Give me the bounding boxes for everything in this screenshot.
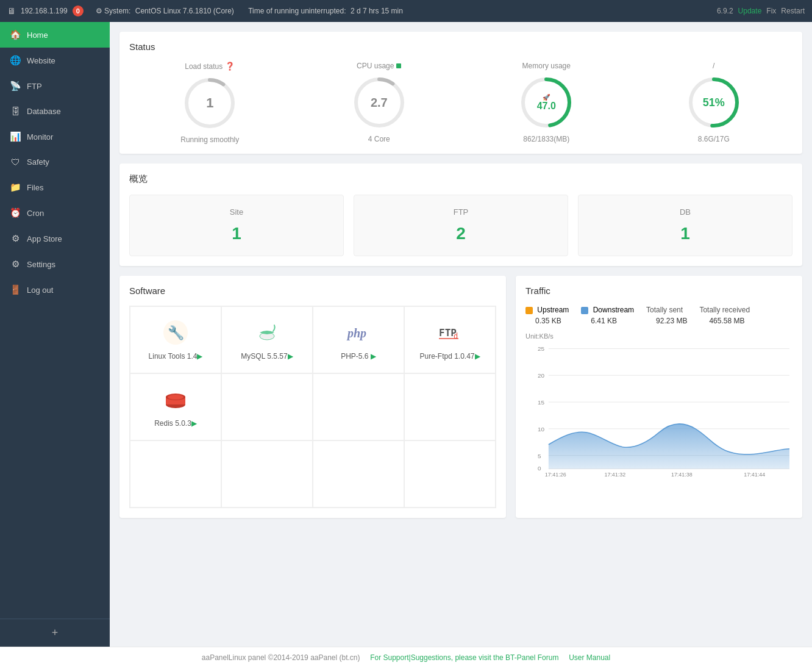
sidebar-item-appstore[interactable]: ⚙ App Store [0, 226, 110, 251]
topbar: 🖥 192.168.1.199 0 ⚙ System: CentOS Linux… [0, 0, 812, 22]
svg-text:0: 0 [538, 465, 541, 472]
load-sublabel: Running smoothly [180, 135, 239, 144]
traffic-chart: 25 20 15 10 5 0 [525, 342, 792, 476]
sidebar-item-cron[interactable]: ⏰ Cron [0, 200, 110, 226]
svg-text:15: 15 [538, 399, 545, 406]
software-linux-tools[interactable]: 🔧 Linux Tools 1.4▶ [130, 306, 221, 373]
sidebar-item-files[interactable]: 📁 Files [0, 174, 110, 200]
sent-legend: Totally sent 92.23 MB [646, 306, 687, 325]
cpu-gauge-container: 2.7 [352, 75, 407, 130]
version-number: 6.9.2 [717, 7, 733, 15]
footer-manual-link[interactable]: User Manual [569, 653, 610, 662]
sidebar-label-home: Home [27, 31, 48, 40]
system-label: System: [104, 7, 130, 15]
footer-support-link[interactable]: For Support|Suggestions, please visit th… [370, 653, 558, 662]
server-ip: 192.168.1.199 [21, 7, 68, 15]
db-label: DB [591, 207, 780, 217]
settings-icon: ⚙ [10, 259, 21, 270]
software-empty-4 [130, 440, 221, 508]
disk-label: / [713, 62, 714, 70]
svg-text:20: 20 [538, 372, 545, 379]
software-empty-7 [404, 440, 496, 508]
software-mysql[interactable]: MySQL 5.5.57▶ [221, 306, 313, 373]
sidebar-item-website[interactable]: 🌐 Website [0, 48, 110, 73]
disk-gauge-container: 51% [686, 75, 741, 130]
overview-db[interactable]: DB 1 [578, 195, 792, 256]
content-area: Status Load status ❓ 1 Runni [110, 22, 812, 647]
disk-gauge: / 51% 8.6G/17G [686, 62, 741, 144]
home-icon: 🏠 [10, 29, 21, 40]
sidebar-label-ftp: FTP [27, 82, 42, 91]
sidebar-item-settings[interactable]: ⚙ Settings [0, 251, 110, 277]
sidebar-item-home[interactable]: 🏠 Home [0, 22, 110, 48]
svg-text:10: 10 [538, 426, 545, 433]
downstream-area [549, 424, 789, 469]
overview-card: 概览 Site 1 FTP 2 DB 1 [119, 163, 802, 266]
cpu-label: CPU usage [357, 62, 401, 70]
linux-tools-name: Linux Tools 1.4▶ [149, 352, 203, 361]
sidebar-label-website: Website [27, 56, 55, 65]
svg-text:5: 5 [538, 453, 541, 459]
software-empty-3 [404, 373, 496, 440]
cpu-gauge: CPU usage 2.7 4 Core [352, 62, 407, 144]
overview-site[interactable]: Site 1 [129, 195, 344, 256]
overview-ftp[interactable]: FTP 2 [354, 195, 568, 256]
sent-value: 92.23 MB [646, 317, 687, 325]
load-gauge-container: 1 [182, 76, 237, 131]
traffic-title: Traffic [525, 286, 792, 296]
downstream-value: 6.41 KB [581, 317, 617, 325]
redis-name: Redis 5.0.3▶ [154, 419, 197, 428]
load-help-icon[interactable]: ❓ [225, 62, 235, 71]
cpu-dot [396, 63, 401, 68]
sidebar-label-settings: Settings [27, 260, 55, 269]
sidebar-item-ftp[interactable]: 📡 FTP [0, 73, 110, 99]
monitor-icon: 🖥 [7, 6, 16, 16]
php-name: PHP-5.6 ▶ [341, 352, 376, 361]
traffic-card: Traffic Upstream 0.35 KB Downstream [516, 276, 802, 518]
sidebar-add-button[interactable]: + [0, 619, 110, 647]
shield-icon: 🛡 [10, 157, 21, 167]
server-info: 🖥 192.168.1.199 0 [7, 5, 84, 16]
upstream-value: 0.35 KB [525, 317, 561, 325]
sent-label: Totally sent [646, 306, 683, 314]
appstore-icon: ⚙ [10, 233, 21, 244]
ftpd-icon: FTP d [436, 319, 463, 346]
sidebar-item-database[interactable]: 🗄 Database [0, 99, 110, 124]
php-icon: php [345, 319, 372, 346]
memory-gauge: Memory usage 🚀 47.0 862/1833(MB) [519, 62, 574, 144]
site-label: Site [142, 207, 331, 217]
main-container: 🏠 Home 🌐 Website 📡 FTP 🗄 Database 📊 Moni… [0, 22, 812, 647]
chart-unit: Unit:KB/s [525, 332, 792, 340]
svg-text:17:41:38: 17:41:38 [671, 472, 693, 477]
load-label: Load status ❓ [185, 62, 235, 71]
sidebar-item-monitor[interactable]: 📊 Monitor [0, 124, 110, 149]
logout-icon: 🚪 [10, 284, 21, 295]
software-ftpd[interactable]: FTP d Pure-Ftpd 1.0.47▶ [404, 306, 496, 373]
folder-icon: 📁 [10, 182, 21, 193]
sidebar-item-safety[interactable]: 🛡 Safety [0, 149, 110, 174]
database-icon: 🗄 [10, 106, 21, 117]
memory-gauge-container: 🚀 47.0 [519, 75, 574, 130]
sidebar-label-monitor: Monitor [27, 132, 53, 142]
memory-label: Memory usage [522, 62, 571, 70]
software-grid: 🔧 Linux Tools 1.4▶ [129, 306, 496, 508]
uptime-label: Time of running uninterrupted: [248, 7, 346, 15]
received-value: 465.58 MB [699, 317, 744, 325]
update-link[interactable]: Update [738, 7, 762, 15]
restart-link[interactable]: Restart [781, 7, 805, 15]
system-value: CentOS Linux 7.6.1810 (Core) [135, 7, 234, 15]
upstream-legend: Upstream 0.35 KB [525, 306, 569, 325]
overview-row: Site 1 FTP 2 DB 1 [129, 195, 792, 256]
system-info: ⚙ System: CentOS Linux 7.6.1810 (Core) T… [96, 7, 403, 15]
db-value: 1 [591, 224, 780, 243]
sidebar-label-logout: Log out [27, 286, 53, 295]
software-php[interactable]: php PHP-5.6 ▶ [313, 306, 404, 373]
clock-icon: ⏰ [10, 207, 21, 218]
fix-link[interactable]: Fix [766, 7, 776, 15]
notification-badge[interactable]: 0 [73, 5, 84, 16]
monitor-nav-icon: 📊 [10, 131, 21, 142]
software-redis[interactable]: Redis 5.0.3▶ [130, 373, 221, 440]
redis-icon [162, 386, 189, 413]
sidebar-item-logout[interactable]: 🚪 Log out [0, 277, 110, 303]
bottom-row: Software 🔧 Linux Tools 1.4▶ [119, 276, 802, 528]
